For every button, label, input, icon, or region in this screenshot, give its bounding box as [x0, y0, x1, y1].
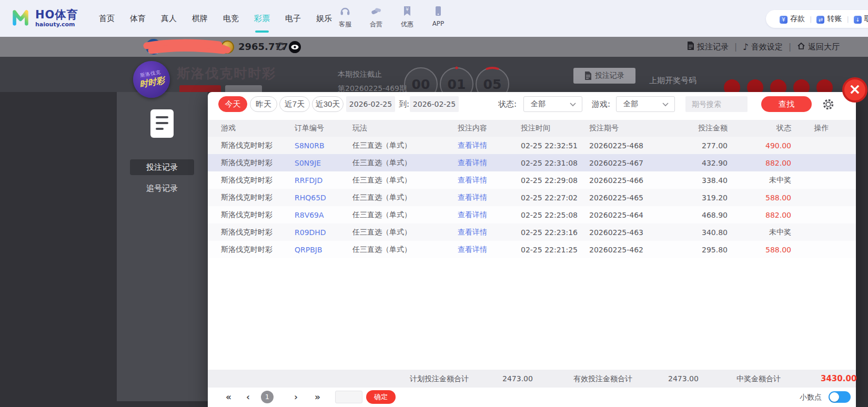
nav-item-电竞[interactable]: 电竞 [220, 14, 241, 24]
quicklink-APP[interactable]: APP [426, 5, 450, 29]
table-row-RHQ65D[interactable]: 斯洛伐克时时彩RHQ65D任三直选（单式）查看详情02-25 22:27:022… [208, 189, 856, 206]
cell-status: 未中奖 [734, 228, 794, 237]
filter-近30天[interactable]: 近30天 [312, 96, 344, 112]
page-number-input[interactable] [335, 391, 362, 403]
filter-近7天[interactable]: 近7天 [279, 96, 310, 112]
cell-order-id[interactable]: S0N9JE [295, 159, 352, 167]
cell-period: 20260225-467 [589, 159, 665, 167]
cell-play: 任三直选（单式） [352, 228, 458, 237]
nav-item-真人[interactable]: 真人 [158, 14, 179, 24]
table-row-RRFDJD[interactable]: 斯洛伐克时时彩RRFDJD任三直选（单式）查看详情02-25 22:29:082… [208, 171, 856, 189]
wallet-link-取款[interactable]: ↓取款 [854, 14, 868, 24]
quicklink-优惠[interactable]: ¥优惠 [395, 5, 419, 29]
first-page-button[interactable]: « [226, 388, 231, 407]
game-title: 斯洛伐克时时彩 [177, 65, 276, 82]
cell-order-id[interactable]: R09DHD [295, 228, 352, 237]
cell-game: 斯洛伐克时时彩 [221, 193, 295, 202]
period-search-input[interactable] [685, 96, 748, 112]
sidebar-item-追号记录[interactable]: 追号记录 [130, 180, 194, 196]
cell-detail-link[interactable]: 查看详情 [458, 176, 521, 185]
table-row-QRPBJB[interactable]: 斯洛伐克时时彩QRPBJB任三直选（单式）查看详情02-25 22:21:252… [208, 241, 856, 258]
table-row-S0N9JE[interactable]: 斯洛伐克时时彩S0N9JE任三直选（单式）查看详情02-25 22:31:082… [208, 154, 856, 171]
table-row-S8N0RB[interactable]: 斯洛伐克时时彩S8N0RB任三直选（单式）查看详情02-25 22:32:512… [208, 137, 856, 154]
cell-amount: 277.00 [665, 141, 734, 150]
game-select[interactable]: 全部 [616, 96, 675, 112]
separator: | [810, 15, 812, 23]
current-page[interactable]: 1 [261, 391, 274, 403]
date-to-label: 到: [399, 96, 409, 112]
cell-detail-link[interactable]: 查看详情 [458, 141, 521, 150]
totals-bar: 计划投注金额合计 2473.00 有效投注金额合计 2473.00 中奖金额合计… [208, 370, 856, 388]
quicklink-合营[interactable]: 合营 [364, 5, 388, 29]
bet-record-button-label: 投注记录 [595, 71, 624, 80]
wallet-link-转账[interactable]: ⇄转账 [816, 14, 842, 24]
userbar-link-返回大厅[interactable]: 返回大厅 [797, 42, 840, 52]
col-header-游戏: 游戏 [221, 124, 295, 133]
nav-item-电子[interactable]: 电子 [282, 14, 304, 24]
avatar[interactable] [146, 39, 162, 55]
cell-detail-link[interactable]: 查看详情 [458, 210, 521, 220]
cell-game: 斯洛伐克时时彩 [221, 228, 295, 237]
quicklink-label: 客服 [339, 20, 351, 29]
cell-status: 588.00 [734, 246, 794, 254]
userbar-link-音效设定[interactable]: ♪音效设定 [743, 42, 783, 52]
status-select[interactable]: 全部 [523, 96, 582, 112]
eye-icon[interactable] [289, 41, 301, 53]
table-row-R09DHD[interactable]: 斯洛伐克时时彩R09DHD任三直选（单式）查看详情02-25 22:23:162… [208, 223, 856, 241]
cell-status: 490.00 [734, 141, 794, 150]
bet-record-button[interactable]: 投注记录 [573, 68, 635, 84]
cell-detail-link[interactable]: 查看详情 [458, 228, 521, 237]
filter-今天[interactable]: 今天 [218, 96, 247, 112]
coin-icon [221, 40, 234, 54]
quicklink-客服[interactable]: 客服 [333, 5, 357, 29]
last-page-button[interactable]: » [315, 388, 320, 407]
search-button[interactable]: 查找 [761, 96, 812, 112]
status-select-value: 全部 [524, 99, 569, 109]
refresh-balance-icon[interactable] [276, 42, 285, 54]
nav-item-体育[interactable]: 体育 [127, 14, 148, 24]
partnership-icon [370, 5, 382, 18]
date-from-input[interactable] [346, 96, 395, 112]
coupon-icon: ¥ [401, 5, 413, 18]
prev-page-button[interactable]: ‹ [246, 388, 250, 407]
cell-order-id[interactable]: QRPBJB [295, 246, 352, 254]
confirm-page-button[interactable]: 确定 [366, 390, 396, 404]
cell-status: 882.00 [734, 159, 794, 167]
cell-order-id[interactable]: RRFDJD [295, 176, 352, 185]
nav-item-彩票[interactable]: 彩票 [251, 14, 272, 24]
headset-icon [339, 5, 351, 18]
nav-item-棋牌[interactable]: 棋牌 [189, 14, 210, 24]
countdown-hours: 00 [412, 77, 430, 92]
userbar-link-投注记录[interactable]: 投注记录 [687, 42, 729, 52]
sidebar-item-投注记录[interactable]: 投注记录 [130, 159, 194, 175]
wallet-link-存款[interactable]: ¥存款 [780, 14, 805, 24]
cell-game: 斯洛伐克时时彩 [221, 245, 295, 255]
cell-amount: 338.40 [665, 176, 734, 185]
next-page-button[interactable]: › [294, 388, 298, 407]
page: HO体育 haiouty.com 首页体育真人棋牌电竞彩票电子娱乐 客服合营¥优… [0, 0, 868, 407]
cell-order-id[interactable]: RHQ65D [295, 194, 352, 202]
cell-order-id[interactable]: S8N0RB [295, 141, 352, 150]
secondary-button-clipped[interactable] [225, 85, 262, 92]
cell-amount: 295.80 [665, 246, 734, 254]
nav-item-娱乐[interactable]: 娱乐 [314, 14, 335, 24]
cell-detail-link[interactable]: 查看详情 [458, 245, 521, 255]
cell-status: 882.00 [734, 211, 794, 219]
cell-detail-link[interactable]: 查看详情 [458, 158, 521, 168]
date-to-input[interactable] [410, 96, 459, 112]
table-row-R8V69A[interactable]: 斯洛伐克时时彩R8V69A任三直选（单式）查看详情02-25 22:25:082… [208, 206, 856, 223]
valid-total-value: 2473.00 [668, 370, 699, 388]
brand-logo[interactable]: HO体育 haiouty.com [11, 7, 78, 29]
cell-play: 任三直选（单式） [352, 193, 458, 202]
decimal-toggle[interactable] [829, 391, 851, 403]
filter-昨天[interactable]: 昨天 [250, 96, 277, 112]
bet-now-button-clipped[interactable] [179, 85, 221, 92]
cell-detail-link[interactable]: 查看详情 [458, 193, 521, 202]
nav-item-首页[interactable]: 首页 [96, 14, 117, 24]
gear-icon[interactable] [822, 98, 834, 113]
brand-name: HO体育 [35, 9, 78, 21]
separator: | [734, 42, 737, 52]
close-modal-button[interactable]: × [842, 77, 867, 103]
cell-amount: 432.90 [665, 159, 734, 167]
cell-order-id[interactable]: R8V69A [295, 211, 352, 219]
